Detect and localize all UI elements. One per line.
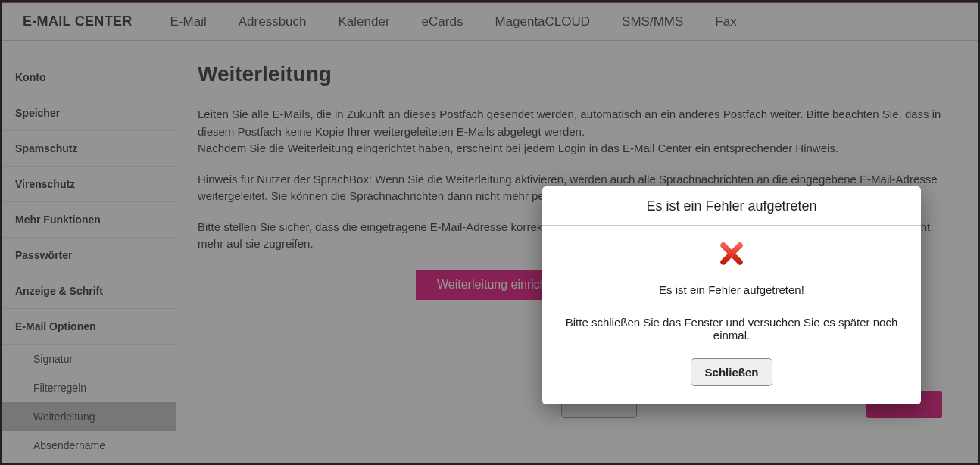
modal-title: Es ist ein Fehler aufgetreten [542, 186, 921, 226]
error-modal: Es ist ein Fehler aufgetreten Es ist ein… [542, 186, 921, 404]
error-message-2: Bitte schließen Sie das Fenster und vers… [560, 316, 903, 342]
error-icon [719, 241, 744, 267]
modal-close-button[interactable]: Schließen [691, 358, 773, 386]
error-message-1: Es ist ein Fehler aufgetreten! [560, 283, 903, 296]
